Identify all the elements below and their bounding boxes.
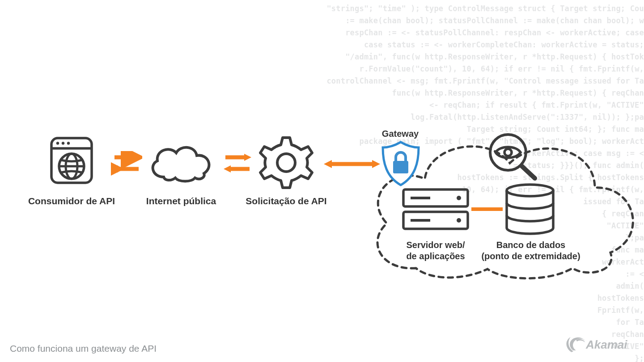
arrow-consumer-internet (111, 151, 142, 176)
arrow-internet-request (222, 151, 253, 176)
gateway-label: Gateway (376, 128, 425, 139)
svg-point-4 (67, 142, 70, 144)
api-request-label: Solicitação de API (242, 195, 331, 207)
gateway-shield-icon (380, 140, 421, 187)
diagram-caption: Como funciona um gateway de API (10, 343, 157, 354)
svg-point-2 (56, 142, 59, 144)
svg-point-31 (507, 185, 553, 196)
api-consumer-label: Consumidor de API (27, 195, 116, 207)
database-line2: (ponto de extremidade) (481, 251, 580, 261)
akamai-logo: Akamai (564, 334, 631, 354)
connector-server-db (471, 206, 503, 213)
svg-point-29 (457, 218, 461, 223)
svg-point-3 (62, 142, 64, 144)
database-label: Banco de dados (ponto de extremidade) (479, 240, 582, 262)
web-app-server-icon (402, 188, 470, 231)
svg-text:Akamai: Akamai (585, 338, 627, 351)
svg-rect-20 (393, 161, 408, 173)
svg-point-26 (457, 196, 461, 200)
public-internet-label: Internet pública (139, 195, 224, 207)
svg-marker-13 (244, 154, 251, 161)
monitoring-magnifier-icon (486, 131, 538, 181)
svg-point-23 (504, 149, 512, 156)
svg-point-16 (277, 154, 295, 172)
svg-marker-11 (111, 165, 118, 173)
webserver-line2: de aplicações (406, 251, 465, 261)
diagram-stage: Consumidor de API Internet pública (0, 0, 644, 362)
svg-line-22 (521, 166, 535, 178)
public-internet-icon (147, 142, 214, 183)
database-icon (504, 183, 556, 235)
svg-marker-18 (324, 160, 332, 168)
web-app-server-label: Servidor web/ de aplicações (390, 240, 481, 262)
svg-marker-15 (224, 165, 231, 173)
webserver-line1: Servidor web/ (406, 240, 465, 250)
svg-marker-10 (135, 154, 142, 161)
api-request-icon (258, 134, 315, 191)
api-consumer-icon (50, 137, 93, 184)
svg-rect-30 (471, 207, 503, 211)
database-line1: Banco de dados (496, 240, 565, 250)
